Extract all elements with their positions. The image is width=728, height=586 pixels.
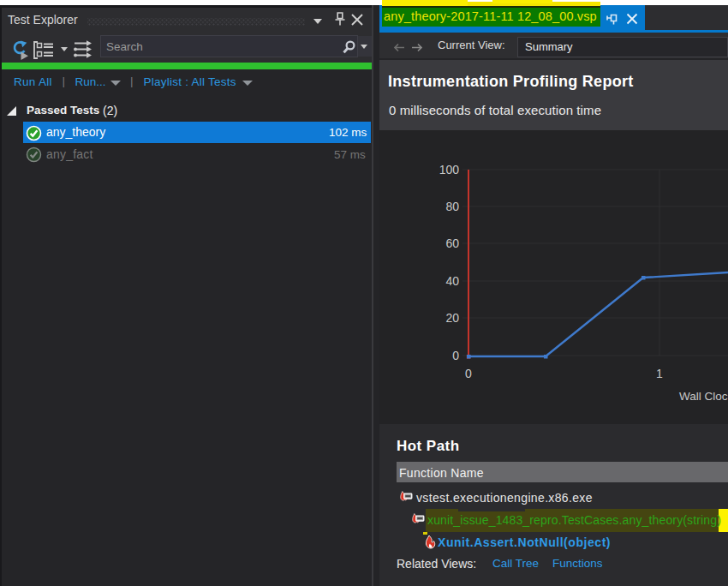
svg-text:0: 0 bbox=[452, 349, 459, 362]
svg-text:60: 60 bbox=[445, 236, 459, 250]
svg-text:Wall Clock Time: Wall Clock Time bbox=[679, 390, 728, 403]
svg-text:1: 1 bbox=[656, 367, 663, 380]
svg-text:100: 100 bbox=[439, 163, 460, 176]
svg-text:80: 80 bbox=[445, 200, 459, 213]
svg-text:20: 20 bbox=[445, 311, 459, 325]
svg-text:0: 0 bbox=[465, 367, 472, 380]
svg-text:40: 40 bbox=[445, 274, 459, 288]
